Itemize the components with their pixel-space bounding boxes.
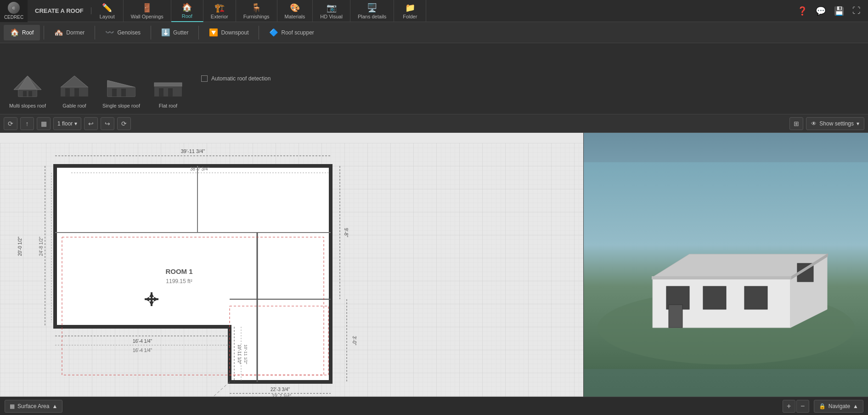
divider5 (259, 26, 259, 40)
gable-label: Gable roof (62, 103, 86, 108)
3d-preview-svg (584, 133, 868, 398)
tab-roof-scupper-icon: 🔷 (269, 28, 278, 37)
svg-text:16'-4 1/4": 16'-4 1/4" (133, 348, 152, 353)
nav-plans-details[interactable]: 🖥️ Plans details (350, 0, 394, 22)
roof-icon: 🏠 (182, 2, 192, 12)
show-settings-button[interactable]: 👁 Show settings ▾ (806, 117, 864, 130)
tab-downspout-label: Downspout (221, 29, 248, 36)
plans-details-icon: 🖥️ (367, 3, 377, 13)
roof-type-gable[interactable]: Gable roof (51, 45, 97, 112)
tab-dormer-icon: 🏘️ (54, 28, 63, 37)
zoom-in-button[interactable]: + (783, 400, 795, 413)
svg-rect-2 (18, 90, 37, 97)
nav-materials[interactable]: 🎨 Materials (277, 0, 313, 22)
svg-text:24'-8 1/2": 24'-8 1/2" (39, 236, 44, 256)
svg-rect-12 (112, 89, 117, 97)
floor-chevron-icon: ▾ (74, 120, 77, 127)
nav-wall-openings-label: Wall Openings (131, 14, 163, 19)
floor-icon-button[interactable]: ▦ (37, 117, 51, 130)
tab-roof-icon: 🏠 (10, 28, 19, 37)
svg-rect-17 (168, 88, 173, 97)
tab-genoises-icon: 〰️ (105, 28, 114, 37)
nav-exterior[interactable]: 🏗️ Exterior (203, 0, 236, 22)
tab-gutter-icon: ⬇️ (161, 28, 170, 37)
tab-downspout-icon: 🔽 (209, 28, 218, 37)
nav-layout-label: Layout (100, 14, 115, 19)
divider4 (198, 26, 199, 40)
svg-marker-5 (61, 76, 88, 87)
svg-rect-3 (23, 91, 27, 97)
chat-button[interactable]: 💬 (814, 4, 828, 18)
svg-text:9'-8": 9'-8" (344, 228, 349, 237)
single-slope-label: Single slope roof (102, 103, 140, 108)
nav-roof-label: Roof (182, 13, 192, 19)
nav-exterior-label: Exterior (211, 14, 228, 19)
tab-gutter-label: Gutter (173, 29, 188, 36)
nav-hd-visual[interactable]: 📷 HD Visual (313, 0, 350, 22)
refresh2-button[interactable]: ⟳ (117, 117, 131, 130)
layout-icon: ✏️ (102, 3, 112, 13)
nav-roof[interactable]: 🏠 Roof (171, 0, 203, 22)
second-toolbar: 🏠 Roof 🏘️ Dormer 〰️ Genoises ⬇️ Gutter 🔽… (0, 22, 868, 43)
logo[interactable]: C CEDREC (0, 0, 28, 22)
nav-furnishings[interactable]: 🪑 Furnishings (236, 0, 277, 22)
tab-gutter[interactable]: ⬇️ Gutter (155, 25, 195, 40)
surface-area-label: Surface Area (17, 403, 49, 409)
tab-genoises[interactable]: 〰️ Genoises (99, 25, 147, 40)
nav-right: ❓ 💬 💾 ⛶ (790, 4, 868, 18)
roof-type-bar: Multi slopes roof Gable roof Single slop… (0, 43, 868, 114)
move-up-button[interactable]: ↑ (20, 117, 34, 130)
floor-selector[interactable]: 1 floor ▾ (53, 117, 81, 130)
nav-folder[interactable]: 📁 Folder (394, 0, 426, 22)
svg-text:38'-7 3/4": 38'-7 3/4" (190, 166, 210, 171)
auto-detect-checkbox[interactable] (201, 75, 208, 82)
help-button[interactable]: ❓ (795, 4, 809, 18)
floor-plan-svg: 39'-11 3/4" 38'-7 3/4" 20'-0 1/2" 24'-8 … (0, 133, 583, 415)
tab-genoises-label: Genoises (117, 29, 141, 36)
tab-roof-scupper-label: Roof scupper (281, 29, 314, 36)
undo-button[interactable]: ↩ (84, 117, 98, 130)
auto-detect-label: Automatic roof detection (211, 75, 271, 82)
navigate-label: Navigate (829, 403, 850, 409)
preview-panel: 👤 ☀ ▦ + − 🔒 ▷ (583, 133, 868, 415)
furnishings-icon: 🪑 (251, 3, 261, 13)
fullscreen-button[interactable]: ⛶ (851, 4, 862, 17)
save-button[interactable]: 💾 (832, 4, 846, 18)
svg-rect-14 (154, 83, 182, 86)
refresh-button[interactable]: ⟳ (4, 117, 17, 130)
roof-type-flat[interactable]: Flat roof (145, 45, 191, 112)
settings-chevron-icon: ▾ (857, 120, 859, 127)
app-title: CREATE A ROOF (28, 7, 91, 14)
svg-text:20'-0 1/2": 20'-0 1/2" (17, 236, 23, 256)
folder-icon: 📁 (405, 3, 415, 13)
nav-folder-label: Folder (403, 14, 417, 19)
roof-type-multi-slopes[interactable]: Multi slopes roof (5, 45, 51, 112)
tab-roof-label: Roof (22, 29, 34, 36)
wall-openings-icon: 🚪 (142, 3, 152, 13)
svg-point-39 (150, 298, 153, 301)
navigate-button[interactable]: 🔒 Navigate ▲ (814, 400, 863, 413)
canvas-area[interactable]: 39'-11 3/4" 38'-7 3/4" 20'-0 1/2" 24'-8 … (0, 133, 583, 415)
preview-3d[interactable] (584, 133, 868, 398)
nav-layout[interactable]: ✏️ Layout (91, 0, 124, 22)
tab-dormer-label: Dormer (66, 29, 85, 36)
top-nav: C CEDREC CREATE A ROOF ✏️ Layout 🚪 Wall … (0, 0, 868, 22)
multi-slopes-label: Multi slopes roof (9, 103, 46, 108)
surface-area-tab[interactable]: ▦ Surface Area ▲ (5, 400, 62, 413)
tab-downspout[interactable]: 🔽 Downspout (203, 25, 255, 40)
nav-furnishings-label: Furnishings (243, 14, 270, 19)
nav-wall-openings[interactable]: 🚪 Wall Openings (124, 0, 171, 22)
tab-dormer[interactable]: 🏘️ Dormer (48, 25, 91, 40)
tab-roof-scupper[interactable]: 🔷 Roof scupper (263, 25, 320, 40)
logo-icon: C (8, 2, 20, 14)
tab-roof[interactable]: 🏠 Roof (4, 25, 40, 40)
snap-button[interactable]: ⊞ (789, 117, 803, 130)
roof-type-single-slope[interactable]: Single slope roof (98, 45, 144, 112)
divider1 (44, 26, 44, 40)
nav-materials-label: Materials (285, 14, 305, 19)
svg-rect-16 (159, 88, 163, 97)
canvas-toolbar: ⟳ ↑ ▦ 1 floor ▾ ↩ ↪ ⟳ ⊞ 👁 Show settings … (0, 114, 868, 133)
redo-button[interactable]: ↪ (101, 117, 114, 130)
navigate-chevron-icon: ▲ (853, 403, 858, 409)
zoom-out-button[interactable]: − (796, 400, 809, 413)
